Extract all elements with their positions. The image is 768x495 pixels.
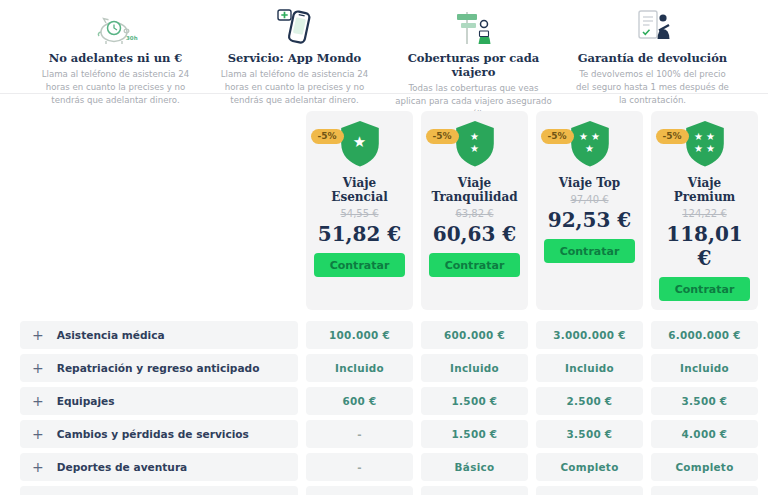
current-price: 51,82 € [314,222,405,246]
coverage-value: 600.000 € [421,321,528,349]
feature-description: Llama al teléfono de asistencia 24 horas… [215,68,374,107]
coverage-value: - [306,453,413,481]
contratar-button[interactable]: Contratar [314,253,405,277]
coverage-value: 100.000 € [306,321,413,349]
row-label: Asistencia médica [57,329,165,341]
contratar-button[interactable]: Contratar [659,277,750,301]
expand-plus-icon[interactable]: + [32,427,44,441]
plan-card-tranquilidad: -5% ★★ Viaje Tranquilidad 63,82 € 60,63 … [421,111,528,310]
row-expander[interactable]: + Equipajes [20,387,298,415]
expand-plus-icon[interactable]: + [32,394,44,408]
coverage-value: Incluido [536,486,643,495]
coverage-value: 4.000 € [651,420,758,448]
coverage-value: Incluido [651,354,758,382]
row-label: Repatriación y regreso anticipado [57,362,260,374]
row-expander[interactable]: + Deportes de aventura [20,453,298,481]
cards-row-spacer [20,111,298,310]
discount-badge: -5% [541,129,574,144]
coverage-row-repatriacion: + Repatriación y regreso anticipado Incl… [20,354,758,382]
coverage-value: Incluido [536,354,643,382]
row-label: Equipajes [57,395,115,407]
coverage-value: 6.000.000 € [651,321,758,349]
plan-stars: ★ [346,134,374,150]
feature-no-advance: 30h No adelantes ni un € Llama al teléfo… [26,5,205,121]
coverage-value: - [421,486,528,495]
plan-card-top: -5% ★★★ Viaje Top 97,40 € 92,53 € Contra… [536,111,643,310]
coverage-value: 3.500 € [651,387,758,415]
feature-title: Coberturas por cada viajero [394,51,553,79]
feature-coverage-per-traveler: Coberturas por cada viajero Todas las co… [384,5,563,121]
plan-stars: ★★ [461,130,489,153]
feature-description: Llama al teléfono de asistencia 24 horas… [36,68,195,107]
expand-plus-icon[interactable]: + [32,361,44,375]
feature-title: Servicio: App Mondo [215,51,374,65]
feature-description: Te devolvemos el 100% del precio del seg… [573,68,732,107]
discount-badge: -5% [426,129,459,144]
discount-badge: -5% [311,129,344,144]
row-expander[interactable]: + Repatriación y regreso anticipado [20,354,298,382]
signpost-icon [394,5,553,47]
contratar-button[interactable]: Contratar [429,253,520,277]
features-bar: 30h No adelantes ni un € Llama al teléfo… [0,0,768,94]
coverage-row-deportes-aventura: + Deportes de aventura - Básico Completo… [20,453,758,481]
coverage-value: 1.500 € [421,387,528,415]
coverage-value: Incluido [651,486,758,495]
row-expander[interactable]: + Asistencia médica [20,321,298,349]
expand-plus-icon[interactable]: + [32,328,44,342]
plan-card-esencial: -5% ★ Viaje Esencial 54,55 € 51,82 € Con… [306,111,413,310]
coverage-value: Completo [651,453,758,481]
current-price: 60,63 € [429,222,520,246]
coverage-value: Completo [536,453,643,481]
row-label: Cambios y pérdidas de servicios [57,428,249,440]
svg-text:30h: 30h [126,35,138,41]
row-label: Deportes de aventura [57,461,188,473]
coverage-value: 3.500 € [536,420,643,448]
feature-title: No adelantes ni un € [36,51,195,65]
coverage-row-crucero: + Crucero - - Incluido Incluido [20,486,758,495]
coverage-value: 3.000.000 € [536,321,643,349]
discount-badge: -5% [656,129,689,144]
coverage-row-asistencia-medica: + Asistencia médica 100.000 € 600.000 € … [20,321,758,349]
contratar-button[interactable]: Contratar [544,239,635,263]
feature-app-mondo: Servicio: App Mondo Llama al teléfono de… [205,5,384,121]
plan-cards-row: -5% ★ Viaje Esencial 54,55 € 51,82 € Con… [20,111,758,310]
current-price: 118,01 € [659,222,750,270]
coverage-value: 600 € [306,387,413,415]
old-price: 124,22 € [659,208,750,219]
old-price: 97,40 € [544,194,635,205]
row-expander[interactable]: + Crucero [20,486,298,495]
feature-title: Garantía de devolución [573,51,732,65]
old-price: 54,55 € [314,208,405,219]
piggy-bank-icon: 30h [36,5,195,47]
plan-name: Viaje Tranquilidad [429,176,520,204]
plan-name: Viaje Premium [659,176,750,204]
plan-stars: ★★★★ [691,130,719,153]
plan-card-premium: -5% ★★★★ Viaje Premium 124,22 € 118,01 €… [651,111,758,310]
phone-app-icon [215,5,374,47]
coverage-value: Incluido [421,354,528,382]
plan-stars: ★★★ [576,130,604,153]
coverage-row-equipajes: + Equipajes 600 € 1.500 € 2.500 € 3.500 … [20,387,758,415]
coverage-value: - [306,486,413,495]
coverage-value: 2.500 € [536,387,643,415]
old-price: 63,82 € [429,208,520,219]
document-icon [573,5,732,47]
coverage-value: Básico [421,453,528,481]
plan-name: Viaje Top [544,176,635,190]
row-expander[interactable]: + Cambios y pérdidas de servicios [20,420,298,448]
plan-name: Viaje Esencial [314,176,405,204]
coverage-value: 1.500 € [421,420,528,448]
expand-plus-icon[interactable]: + [32,460,44,474]
coverage-value: - [306,420,413,448]
feature-refund-guarantee: Garantía de devolución Te devolvemos el … [563,5,742,121]
coverage-row-cambios-perdidas: + Cambios y pérdidas de servicios - 1.50… [20,420,758,448]
current-price: 92,53 € [544,208,635,232]
coverage-value: Incluido [306,354,413,382]
